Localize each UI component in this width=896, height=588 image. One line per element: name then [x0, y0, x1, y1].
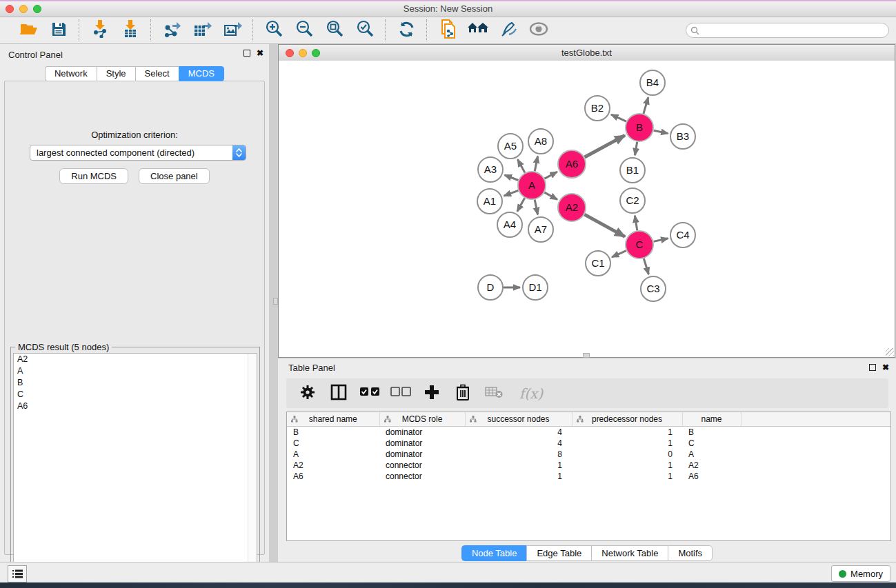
- refresh-network-button[interactable]: [396, 20, 417, 41]
- result-list-item[interactable]: A: [14, 365, 257, 377]
- cell-name[interactable]: B: [682, 427, 741, 438]
- search-input[interactable]: [686, 23, 889, 38]
- tab-edge-table[interactable]: Edge Table: [526, 545, 591, 561]
- column-header-MCDS-role[interactable]: MCDS role: [379, 412, 465, 427]
- graph-edge-C-C4[interactable]: [654, 239, 668, 242]
- tab-network[interactable]: Network: [45, 66, 97, 81]
- zoom-in-button[interactable]: [263, 20, 284, 41]
- delete-columns-button[interactable]: [453, 384, 472, 403]
- cell-shared-name[interactable]: A2: [287, 460, 379, 471]
- cell-predecessor-nodes[interactable]: 1: [572, 471, 682, 482]
- graph-edge-B-B3[interactable]: [654, 130, 668, 133]
- copy-network-style-button[interactable]: [437, 20, 458, 41]
- graph-edge-A-A8[interactable]: [535, 156, 537, 172]
- deselect-all-rows-button[interactable]: [391, 384, 410, 403]
- zoom-selected-button[interactable]: [355, 20, 375, 41]
- cell-name[interactable]: A: [682, 449, 741, 460]
- graph-edge-A-A6[interactable]: [545, 172, 557, 179]
- cell-MCDS-role[interactable]: dominator: [379, 449, 465, 460]
- home-layout-button[interactable]: [468, 20, 488, 41]
- close-table-panel-icon[interactable]: ✖: [882, 364, 889, 371]
- zoom-out-button[interactable]: [294, 20, 315, 41]
- graph-edge-C-C3[interactable]: [644, 258, 648, 274]
- column-header-successor-nodes[interactable]: successor nodes: [465, 412, 572, 427]
- column-header-shared-name[interactable]: shared name: [287, 412, 379, 427]
- cell-name[interactable]: A6: [682, 471, 741, 482]
- cell-predecessor-nodes[interactable]: 1: [572, 427, 682, 438]
- criterion-dropdown[interactable]: largest connected component (directed): [30, 145, 246, 161]
- graph-edge-C-C2[interactable]: [635, 216, 637, 231]
- column-header-predecessor-nodes[interactable]: predecessor nodes: [572, 412, 682, 427]
- select-all-rows-button[interactable]: [360, 384, 379, 403]
- network-window-titlebar[interactable]: testGlobe.txt: [279, 45, 895, 61]
- cell-predecessor-nodes[interactable]: 0: [572, 449, 682, 460]
- save-session-button[interactable]: [48, 20, 69, 41]
- cell-MCDS-role[interactable]: dominator: [379, 438, 465, 449]
- table-row[interactable]: Bdominator41B: [287, 427, 890, 438]
- graph-edge-A-A3[interactable]: [505, 175, 519, 181]
- zoom-fit-button[interactable]: [324, 20, 345, 41]
- result-list-item[interactable]: B: [14, 377, 257, 389]
- import-network-button[interactable]: [90, 20, 110, 41]
- export-table-button[interactable]: [192, 20, 212, 41]
- tab-mcds[interactable]: MCDS: [179, 66, 224, 81]
- graph-edge-C-C1[interactable]: [612, 251, 626, 257]
- graph-edge-A-A1[interactable]: [504, 190, 519, 196]
- window-resize-grip[interactable]: [886, 348, 894, 356]
- cell-successor-nodes[interactable]: 8: [465, 449, 572, 460]
- float-panel-icon[interactable]: [243, 50, 250, 57]
- import-table-button[interactable]: [120, 20, 141, 41]
- cell-name[interactable]: A2: [682, 460, 741, 471]
- graph-edge-A-A5[interactable]: [518, 159, 526, 172]
- tab-style[interactable]: Style: [97, 66, 135, 81]
- cell-shared-name[interactable]: B: [287, 427, 379, 438]
- horizontal-divider-handle[interactable]: [583, 353, 590, 358]
- result-list-item[interactable]: C: [14, 389, 257, 401]
- cell-shared-name[interactable]: A6: [287, 471, 379, 482]
- graph-edge-A-A2[interactable]: [544, 192, 557, 199]
- add-column-button[interactable]: [422, 384, 441, 403]
- cell-successor-nodes[interactable]: 4: [465, 427, 572, 438]
- run-mcds-button[interactable]: Run MCDS: [59, 168, 128, 184]
- graph-edge-A-A7[interactable]: [535, 200, 537, 215]
- result-list-item[interactable]: A6: [14, 401, 257, 412]
- table-row[interactable]: A2connector11A2: [287, 460, 890, 471]
- table-row[interactable]: Adominator80A: [287, 449, 890, 460]
- open-session-button[interactable]: [18, 20, 39, 41]
- graph-edge-A6-B[interactable]: [585, 135, 625, 157]
- tab-motifs[interactable]: Motifs: [668, 545, 713, 561]
- cell-name[interactable]: C: [682, 438, 741, 449]
- task-history-button[interactable]: [8, 565, 27, 582]
- cell-successor-nodes[interactable]: 1: [465, 471, 572, 482]
- show-graphics-details-button[interactable]: [528, 20, 549, 41]
- tab-select[interactable]: Select: [135, 66, 179, 81]
- result-list-item[interactable]: A2: [14, 354, 257, 365]
- column-header-name[interactable]: name: [682, 412, 741, 427]
- table-row[interactable]: Cdominator41C: [287, 438, 890, 449]
- vertical-divider-handle[interactable]: [273, 298, 278, 305]
- close-panel-icon[interactable]: ✖: [257, 50, 263, 57]
- graph-edge-B-B4[interactable]: [644, 97, 648, 114]
- tab-node-table[interactable]: Node Table: [461, 545, 527, 561]
- export-network-button[interactable]: [161, 20, 182, 41]
- cell-MCDS-role[interactable]: connector: [379, 460, 465, 471]
- close-panel-button[interactable]: Close panel: [139, 168, 210, 184]
- memory-button[interactable]: Memory: [831, 565, 890, 582]
- cell-shared-name[interactable]: C: [287, 438, 379, 449]
- result-list-scrollbar[interactable]: [248, 354, 257, 582]
- tab-network-table[interactable]: Network Table: [591, 545, 668, 561]
- cell-predecessor-nodes[interactable]: 1: [572, 438, 682, 449]
- cell-successor-nodes[interactable]: 4: [465, 438, 572, 449]
- graph-edge-B-B1[interactable]: [635, 142, 637, 156]
- cell-predecessor-nodes[interactable]: 1: [572, 460, 682, 471]
- export-image-button[interactable]: [222, 20, 243, 41]
- hide-annotations-button[interactable]: [498, 20, 519, 41]
- mcds-result-list[interactable]: A2ABCA6: [13, 353, 257, 582]
- cell-successor-nodes[interactable]: 1: [465, 460, 572, 471]
- cell-MCDS-role[interactable]: dominator: [379, 427, 465, 438]
- table-row[interactable]: A6connector11A6: [287, 471, 890, 482]
- cell-shared-name[interactable]: A: [287, 449, 379, 460]
- float-table-panel-icon[interactable]: [869, 364, 876, 371]
- graph-edge-A-A4[interactable]: [517, 198, 525, 212]
- cell-MCDS-role[interactable]: connector: [379, 471, 465, 482]
